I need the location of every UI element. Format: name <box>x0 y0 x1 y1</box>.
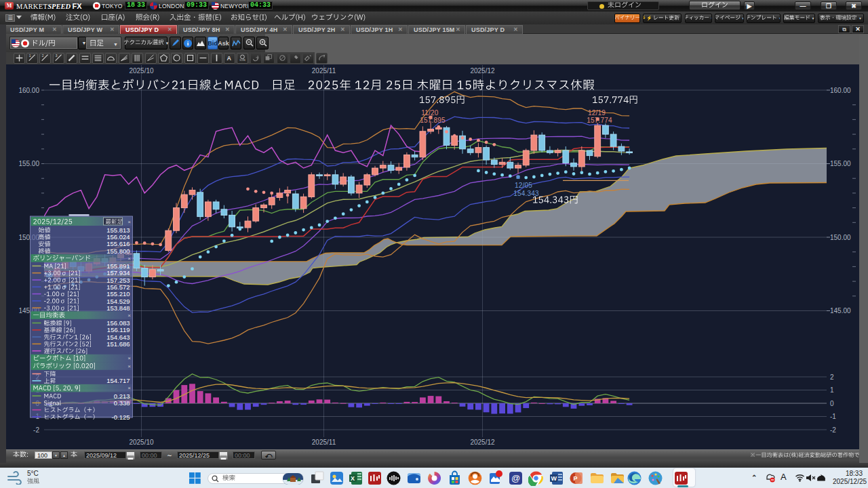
svg-text:155.00: 155.00 <box>18 160 39 167</box>
svg-text:2: 2 <box>42 54 44 58</box>
svg-text:2: 2 <box>830 373 834 381</box>
svg-text:160.00: 160.00 <box>18 87 39 94</box>
svg-text:11/20: 11/20 <box>421 109 439 117</box>
svg-text:W: W <box>551 475 557 482</box>
svg-text:154.717: 154.717 <box>106 377 130 384</box>
svg-text:157.895: 157.895 <box>420 117 446 124</box>
svg-text:P: P <box>574 475 578 482</box>
svg-text:0.338: 0.338 <box>114 399 130 407</box>
svg-text:1: 1 <box>830 386 834 394</box>
svg-text:X: X <box>351 475 355 482</box>
svg-text:154.343: 154.343 <box>513 190 539 197</box>
svg-text:ICON: ICON <box>240 59 246 62</box>
svg-text:×: × <box>127 385 131 391</box>
svg-text:12/19: 12/19 <box>588 109 606 117</box>
svg-text:-0.125: -0.125 <box>112 413 130 421</box>
svg-text:1: 1 <box>29 54 31 58</box>
svg-text:2025/11: 2025/11 <box>312 439 336 446</box>
svg-text:×: × <box>127 256 131 262</box>
svg-text:2025/10: 2025/10 <box>129 67 154 75</box>
svg-text:-2: -2 <box>830 426 836 434</box>
svg-text:3: 3 <box>55 54 57 58</box>
svg-text:×: × <box>127 219 131 225</box>
svg-text:×: × <box>127 363 131 369</box>
svg-text:0: 0 <box>830 400 834 407</box>
svg-text:160.00: 160.00 <box>830 87 851 94</box>
svg-text:145.00: 145.00 <box>830 307 851 314</box>
svg-text:A: A <box>226 55 231 62</box>
svg-text:-2: -2 <box>33 426 39 434</box>
svg-text:@: @ <box>511 473 520 483</box>
svg-text:155.00: 155.00 <box>830 160 851 167</box>
svg-text:2025/11: 2025/11 <box>312 67 336 75</box>
svg-text:2025/12: 2025/12 <box>470 67 495 75</box>
svg-text:×: × <box>127 355 131 361</box>
svg-text:2025/10: 2025/10 <box>129 439 154 446</box>
svg-text:2025/12: 2025/12 <box>470 439 495 446</box>
svg-text:-1: -1 <box>830 413 836 420</box>
svg-text:151.686: 151.686 <box>106 340 130 348</box>
svg-text:12/05: 12/05 <box>515 182 532 189</box>
svg-text:153.848: 153.848 <box>106 304 130 312</box>
svg-text:155.800: 155.800 <box>106 247 130 255</box>
svg-text:157.774: 157.774 <box>587 117 612 124</box>
svg-text:150.00: 150.00 <box>830 234 851 241</box>
svg-text:×: × <box>127 312 131 319</box>
